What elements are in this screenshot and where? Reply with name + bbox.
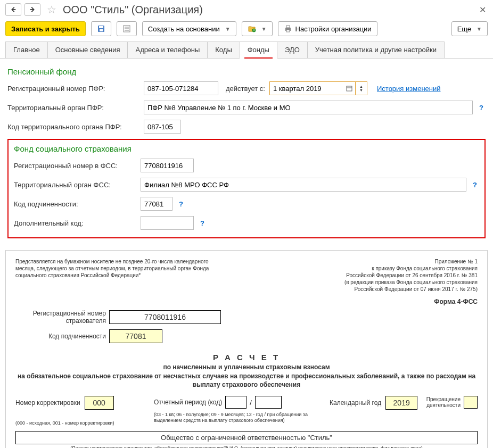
pfr-code-label: Код территориального органа ПФР: [7,123,139,131]
help-icon[interactable]: ? [477,104,486,112]
calendar-button[interactable] [344,81,356,95]
doc-fullname-note: (Полное наименование организации, обособ… [15,445,478,448]
doc-present-note: Представляется на бумажном носителе не п… [15,258,228,279]
pfr-section-title: Пенсионный фонд [7,67,486,76]
tab-5[interactable]: ЭДО [277,42,308,58]
print-icon [284,24,292,33]
fss-terr-label: Территориальный орган ФСС: [14,181,136,189]
arrow-right-icon [29,6,36,13]
fss-terr-input[interactable] [141,178,466,192]
fss-extra-label: Дополнительный код: [14,219,136,227]
create-based-label: Создать на основании [148,25,220,33]
doc-form-name: Форма 4-ФСС [15,298,478,305]
doc-stop-box [464,396,478,409]
doc-corr-note: (000 - исходная, 001 - номер корректиров… [15,420,114,426]
nav-back-button[interactable] [5,3,21,16]
nav-forward-button[interactable] [24,3,40,16]
pfr-effective-label: действует с: [226,85,265,93]
doc-corr-value: 000 [85,396,114,410]
doc-calc-title: Р А С Ч Е Т [15,353,478,362]
svg-rect-4 [100,29,103,31]
pfr-terr-label: Территориальный орган ПФР: [7,104,139,112]
more-button[interactable]: Еще ▼ [451,21,488,36]
list-button[interactable] [117,21,137,36]
fss-reg-input[interactable] [141,159,194,172]
document-preview: Представляется на бумажном носителе не п… [5,250,488,448]
save-close-button[interactable]: Записать и закрыть [5,21,86,36]
history-link[interactable]: История изменений [377,85,441,93]
attach-button[interactable]: ▼ [242,21,273,36]
folder-icon [248,24,256,33]
pfr-terr-input[interactable] [144,101,473,114]
fss-sub-label: Код подчиненности: [14,200,136,208]
doc-org-fullname: Общество с ограниченной ответственностью… [15,431,478,444]
tab-3[interactable]: Коды [207,42,240,58]
svg-rect-13 [347,86,352,91]
org-settings-label: Настройки организации [295,25,372,33]
dropdown-caret-icon: ▼ [476,26,482,32]
dropdown-caret-icon: ▼ [225,26,231,32]
favorite-star-icon[interactable]: ☆ [46,4,57,15]
tab-2[interactable]: Адреса и телефоны [127,42,208,58]
doc-period-note: (03 - 1 кв; 06 - полугодие; 09 - 9 месяц… [154,412,324,424]
help-icon[interactable]: ? [198,219,207,227]
doc-sub-value: 77081 [109,329,162,343]
doc-period-value2 [255,396,282,409]
fss-extra-input[interactable] [141,216,194,230]
doc-calc-subtitle: по начисленным и уплаченным страховым вз… [15,363,478,389]
arrow-left-icon [10,6,17,13]
help-icon[interactable]: ? [471,181,479,189]
tab-0[interactable]: Главное [5,42,48,58]
doc-appendix: Приложение № 1 к приказу Фонда социально… [239,258,478,293]
tabs-bar: ГлавноеОсновные сведенияАдреса и телефон… [0,42,493,59]
spinner-up-icon: ▲ [359,85,363,88]
list-icon [122,24,131,33]
doc-reg-value: 7708011916 [109,310,221,324]
pfr-code-input[interactable] [144,120,181,134]
help-icon[interactable]: ? [177,200,185,208]
svg-point-9 [252,29,256,32]
pfr-reg-label: Регистрационный номер ПФР: [7,85,139,93]
fss-section: Фонд социального страхования Регистрацио… [7,139,486,238]
save-button[interactable] [91,21,111,36]
doc-corr-label: Номер корректировки [15,399,80,406]
fss-sub-input[interactable] [141,197,172,211]
spinner-button[interactable]: ▲▼ [356,81,367,95]
doc-year-value: 2019 [385,396,417,410]
pfr-effective-input[interactable] [269,81,344,95]
pfr-reg-input[interactable] [144,81,218,95]
doc-stop-label: Прекращение деятельности [423,396,461,408]
svg-rect-3 [99,26,103,28]
fss-reg-label: Регистрационный номер в ФСС: [14,162,136,170]
tab-4[interactable]: Фонды [240,42,277,59]
doc-period-label: Отчетный период (код) [154,399,222,406]
svg-rect-12 [286,30,290,32]
page-title: ООО "Стиль" (Организация) [63,4,474,16]
tab-1[interactable]: Основные сведения [47,42,128,58]
dropdown-caret-icon: ▼ [261,26,267,32]
calendar-icon [346,85,352,92]
org-settings-button[interactable]: Настройки организации [278,21,377,36]
doc-reg-label: Регистрационный номер страхователя [15,310,106,325]
svg-rect-11 [286,26,290,28]
create-based-on-button[interactable]: Создать на основании ▼ [142,21,236,36]
fss-section-title: Фонд социального страхования [14,144,479,153]
more-label: Еще [457,25,471,33]
tab-6[interactable]: Учетная политика и другие настройки [307,42,445,58]
doc-year-label: Календарный год [330,399,381,406]
doc-sub-label: Код подчиненности [15,333,106,340]
spinner-down-icon: ▼ [359,88,363,92]
doc-period-value1 [225,396,246,409]
close-button[interactable]: ✕ [477,4,488,15]
save-icon [97,24,105,33]
